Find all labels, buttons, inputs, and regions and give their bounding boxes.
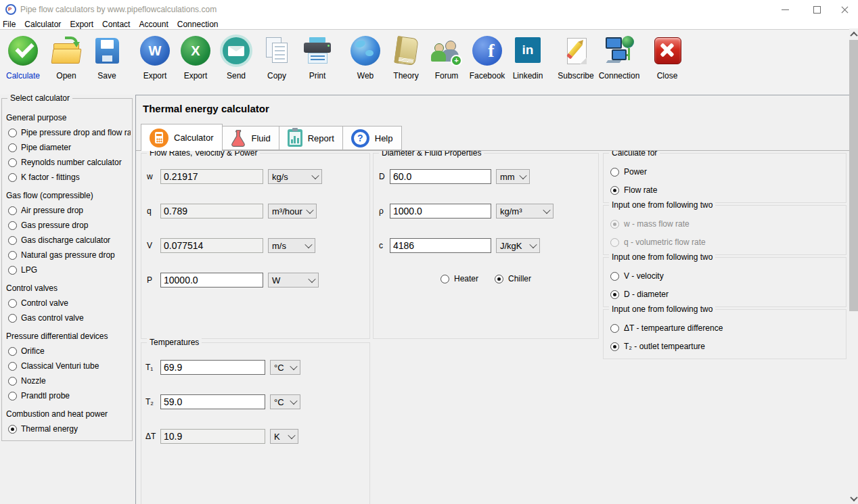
t1-label: T₁ bbox=[145, 363, 158, 372]
copy-button[interactable]: Copy bbox=[256, 35, 297, 81]
rho-unit-select[interactable]: kg/m³ bbox=[496, 204, 554, 219]
minimize-button[interactable] bbox=[770, 0, 800, 19]
rho-input[interactable] bbox=[390, 204, 491, 219]
p-label: P bbox=[147, 275, 158, 285]
book-icon bbox=[390, 35, 422, 67]
calculate-button[interactable]: Calculate bbox=[3, 35, 43, 81]
open-folder-icon bbox=[50, 35, 83, 67]
sidebar-item-control-valve[interactable]: Control valve bbox=[8, 298, 131, 308]
tab-fluid[interactable]: Fluid bbox=[223, 126, 279, 150]
sidebar-item-gas-pressure-drop[interactable]: Gas pressure drop bbox=[8, 221, 131, 230]
diameter-fluid-box: Diameter & Fluid Properties D mm ρ kg/m³… bbox=[373, 153, 599, 339]
outlet-temperature-radio[interactable]: T₂ - outlet tempearture bbox=[610, 342, 705, 351]
sidebar-item-prandtl[interactable]: Prandtl probe bbox=[8, 391, 131, 400]
sidebar-item-gas-discharge[interactable]: Gas discharge calculator bbox=[8, 235, 131, 245]
p-input[interactable] bbox=[160, 273, 263, 288]
menu-file[interactable]: File bbox=[3, 20, 16, 29]
open-button[interactable]: Open bbox=[46, 35, 87, 81]
sidebar-item-pipe-pressure-drop[interactable]: Pipe pressure drop and flow rate bbox=[8, 128, 131, 137]
heater-radio[interactable]: Heater bbox=[441, 274, 478, 283]
input-temperature-box: Input one from following two ΔT - tempea… bbox=[603, 309, 846, 359]
tab-calculator[interactable]: Calculator bbox=[141, 124, 223, 151]
maximize-button[interactable] bbox=[802, 0, 832, 19]
sidebar-item-gas-control-valve[interactable]: Gas control valve bbox=[8, 313, 131, 323]
theory-button[interactable]: Theory bbox=[386, 35, 426, 81]
radio-icon bbox=[8, 173, 17, 182]
t2-label: T₂ bbox=[145, 397, 158, 407]
radio-icon bbox=[610, 290, 619, 299]
power-radio[interactable]: Power bbox=[610, 167, 647, 177]
w-input[interactable] bbox=[160, 169, 263, 184]
chevron-down-icon bbox=[311, 172, 319, 179]
velocity-radio[interactable]: V - velocity bbox=[610, 271, 664, 281]
subscribe-button[interactable]: Subscribe bbox=[556, 35, 596, 81]
menu-account[interactable]: Account bbox=[139, 20, 168, 29]
menu-connection[interactable]: Connection bbox=[177, 20, 219, 29]
linkedin-button[interactable]: in Linkedin bbox=[507, 35, 548, 81]
print-button[interactable]: Print bbox=[297, 35, 338, 81]
flow-rate-radio[interactable]: Flow rate bbox=[610, 185, 657, 195]
sidebar-item-k-factor[interactable]: K factor - fittings bbox=[8, 173, 131, 182]
t1-input[interactable] bbox=[160, 360, 265, 375]
p-unit-select[interactable]: W bbox=[268, 273, 319, 288]
d-unit-select[interactable]: mm bbox=[496, 169, 530, 184]
t2-unit-select[interactable]: °C bbox=[270, 394, 300, 409]
sidebar-item-venturi[interactable]: Classical Venturi tube bbox=[8, 361, 131, 371]
save-button[interactable]: Save bbox=[87, 35, 127, 81]
globe-icon bbox=[349, 35, 382, 67]
close-window-button[interactable] bbox=[831, 0, 858, 19]
tab-report[interactable]: Report bbox=[279, 126, 343, 150]
chevron-up-icon bbox=[850, 31, 857, 39]
menu-contact[interactable]: Contact bbox=[102, 20, 130, 29]
minimize-icon bbox=[782, 9, 789, 10]
q-input[interactable] bbox=[160, 204, 263, 219]
d-input[interactable] bbox=[390, 169, 491, 184]
chevron-down-icon bbox=[290, 397, 297, 405]
dt-input[interactable] bbox=[160, 429, 265, 444]
t2-input[interactable] bbox=[160, 394, 265, 409]
web-button[interactable]: Web bbox=[345, 35, 386, 81]
people-icon: + bbox=[430, 35, 463, 67]
menu-calculator[interactable]: Calculator bbox=[24, 20, 61, 29]
forum-button[interactable]: + Forum bbox=[426, 35, 467, 81]
sidebar-item-lpg[interactable]: LPG bbox=[8, 265, 131, 275]
q-unit-select[interactable]: m³/hour bbox=[268, 204, 317, 219]
tab-help[interactable]: ? Help bbox=[343, 126, 402, 150]
sidebar-item-pipe-diameter[interactable]: Pipe diameter bbox=[8, 143, 131, 152]
sidebar-item-air-pressure-drop[interactable]: Air pressure drop bbox=[8, 206, 131, 215]
chiller-radio[interactable]: Chiller bbox=[495, 274, 531, 283]
radio-icon bbox=[8, 299, 17, 308]
dt-unit-select[interactable]: K bbox=[270, 429, 298, 444]
menu-export[interactable]: Export bbox=[70, 20, 93, 29]
sidebar-item-thermal-energy[interactable]: Thermal energy bbox=[8, 424, 131, 434]
send-button[interactable]: Send bbox=[216, 35, 256, 81]
sidebar-item-nozzle[interactable]: Nozzle bbox=[8, 376, 131, 386]
scroll-down-button[interactable] bbox=[849, 492, 858, 504]
facebook-button[interactable]: f Facebook bbox=[467, 35, 507, 81]
c-unit-select[interactable]: J/kgK bbox=[496, 238, 540, 253]
radio-icon bbox=[441, 275, 449, 283]
v-input[interactable] bbox=[160, 238, 263, 253]
chevron-down-icon bbox=[519, 172, 526, 179]
connection-button[interactable]: Connection bbox=[599, 35, 639, 81]
check-circle-icon bbox=[7, 35, 39, 67]
export-word-button[interactable]: W Export bbox=[135, 35, 175, 81]
c-input[interactable] bbox=[390, 238, 491, 253]
scroll-up-button[interactable] bbox=[849, 28, 858, 40]
export-excel-button[interactable]: X Export bbox=[175, 35, 216, 81]
v-unit-select[interactable]: m/s bbox=[268, 238, 315, 253]
sidebar-item-orifice[interactable]: Orifice bbox=[8, 346, 131, 356]
t1-unit-select[interactable]: °C bbox=[270, 360, 300, 375]
scrollbar-thumb[interactable] bbox=[849, 40, 858, 311]
radio-icon bbox=[495, 275, 503, 283]
linkedin-square-icon: in bbox=[512, 35, 544, 67]
sidebar-item-reynolds[interactable]: Reynolds number calculator bbox=[8, 158, 131, 167]
diameter-radio[interactable]: D - diameter bbox=[610, 290, 669, 299]
vertical-scrollbar[interactable] bbox=[849, 28, 858, 504]
w-unit-select[interactable]: kg/s bbox=[268, 169, 322, 184]
close-app-button[interactable]: Close bbox=[647, 35, 687, 81]
chevron-down-icon bbox=[850, 493, 857, 501]
input-flow-box: Input one from following two w - mass fl… bbox=[603, 205, 846, 255]
delta-t-radio[interactable]: ΔT - tempearture difference bbox=[610, 323, 723, 333]
sidebar-item-natural-gas[interactable]: Natural gas pressure drop bbox=[8, 250, 131, 260]
